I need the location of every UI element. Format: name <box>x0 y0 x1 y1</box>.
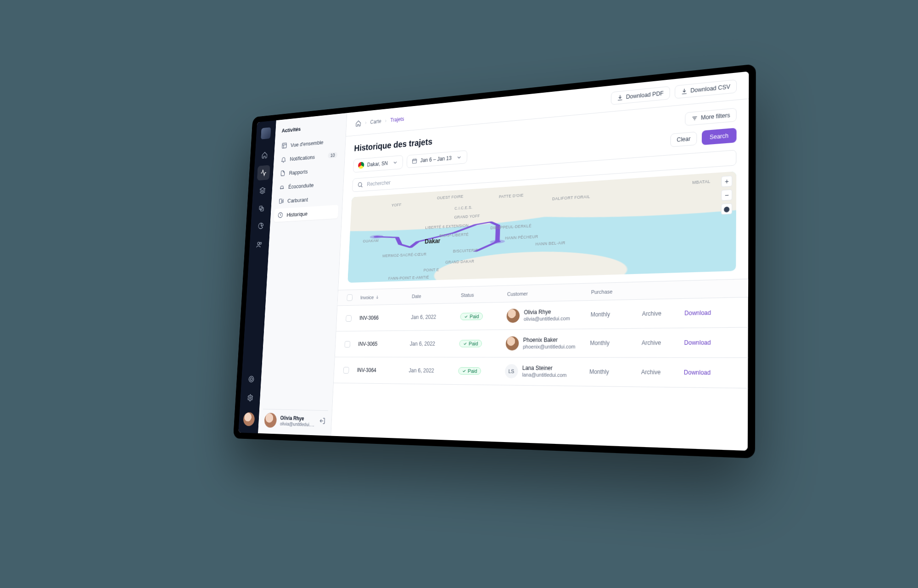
invoice-id: INV-3064 <box>357 367 405 373</box>
location-select[interactable]: Dakar, SN <box>353 155 403 172</box>
customer-cell: LSLana Steinerlana@untitledui.com <box>504 364 586 379</box>
rail-help[interactable] <box>245 371 258 387</box>
download-csv-button[interactable]: Download CSV <box>674 79 737 98</box>
nav-user: Olivia Rhye olivia@untitledui.com <box>262 409 328 430</box>
crumb-item[interactable]: Carte <box>370 118 381 125</box>
map-label: BISCUITERIE <box>453 248 478 253</box>
customer-name: Olivia Rhye <box>524 308 570 316</box>
table-row: INV-3064Jan 6, 2022PaidLSLana Steinerlan… <box>334 357 748 388</box>
download-link[interactable]: Download <box>684 308 736 316</box>
col-status[interactable]: Status <box>461 290 504 298</box>
col-invoice[interactable]: Invoice <box>360 293 409 301</box>
customer-email: olivia@untitledui.com <box>524 315 570 322</box>
map-pegman[interactable]: ⬤ <box>721 203 732 214</box>
clear-button[interactable]: Clear <box>671 131 697 147</box>
rail-home[interactable] <box>258 147 271 162</box>
rail-settings[interactable] <box>243 390 257 405</box>
notification-badge: 10 <box>328 151 337 158</box>
nav-item-label: Écoconduite <box>288 181 314 190</box>
svg-point-4 <box>260 242 262 244</box>
purchase-type: Monthly <box>589 368 638 375</box>
svg-rect-19 <box>412 159 416 163</box>
bell-icon <box>280 156 286 162</box>
rail-layers[interactable] <box>256 183 269 198</box>
main-content: › Carte › Trajets Download PDF Download … <box>331 71 749 450</box>
home-icon <box>261 151 268 159</box>
archive-link[interactable]: Archive <box>642 309 681 317</box>
file-icon <box>280 169 286 176</box>
invoice-date: Jan 6, 2022 <box>409 367 455 374</box>
user-email: olivia@untitledui.com <box>280 421 316 427</box>
map-label: POINT E <box>424 267 439 272</box>
row-checkbox[interactable] <box>344 341 350 347</box>
row-checkbox[interactable] <box>346 315 352 321</box>
page-title: Historique des trajets <box>354 136 432 153</box>
svg-line-17 <box>693 118 696 118</box>
download-pdf-button[interactable]: Download PDF <box>611 86 670 105</box>
nav-item-label: Notifications <box>290 153 315 162</box>
home-icon[interactable] <box>355 119 362 127</box>
customer-cell: Olivia Rhyeolivia@untitledui.com <box>506 307 587 323</box>
crumb-sep: › <box>385 118 387 123</box>
svg-rect-8 <box>282 143 287 148</box>
customer-cell: Phoenix Bakerphoenix@untitledui.com <box>505 336 586 350</box>
rail-copy[interactable] <box>255 201 268 216</box>
status-badge: Paid <box>458 367 481 375</box>
archive-link[interactable]: Archive <box>642 339 680 346</box>
col-date[interactable]: Date <box>412 291 458 299</box>
app-logo-icon <box>261 127 271 140</box>
avatar: LS <box>504 364 518 378</box>
map-label: OUAKAM <box>363 238 379 243</box>
download-link[interactable]: Download <box>684 339 735 346</box>
pie-icon <box>257 223 263 230</box>
map-label: YOFF <box>392 202 402 207</box>
map-city-label: Dakar <box>425 237 441 245</box>
car-icon <box>279 184 285 190</box>
select-all-checkbox[interactable] <box>347 294 353 301</box>
nav-item-label: Rapports <box>289 168 308 176</box>
chevron-down-icon <box>392 159 398 166</box>
crumb-sep: › <box>365 119 367 125</box>
row-checkbox[interactable] <box>343 366 349 373</box>
svg-point-7 <box>249 397 251 398</box>
rail-pie[interactable] <box>254 218 267 234</box>
chevron-down-icon <box>456 154 462 160</box>
crumb-item-current: Trajets <box>390 116 404 123</box>
map-label: GRAND DAKAR <box>445 259 474 264</box>
archive-link[interactable]: Archive <box>641 369 680 376</box>
map-label: C.I.C.E.S. <box>454 205 473 210</box>
layout-icon <box>281 142 287 149</box>
search-icon <box>357 181 364 188</box>
rail-users[interactable] <box>252 237 266 252</box>
download-icon <box>617 94 623 101</box>
svg-point-5 <box>249 376 254 382</box>
col-purchase[interactable]: Purchase <box>591 287 639 295</box>
more-filters-button[interactable]: More filters <box>685 107 737 125</box>
daterange-select[interactable]: Jan 6 – Jan 13 <box>406 150 467 168</box>
map-zoom-in[interactable]: + <box>721 175 732 187</box>
rail-activity[interactable] <box>257 165 270 180</box>
purchase-type: Monthly <box>590 310 638 318</box>
table-row: INV-3065Jan 6, 2022PaidPhoenix Bakerphoe… <box>335 327 748 358</box>
layers-icon <box>259 186 266 194</box>
filter-icon <box>691 114 698 122</box>
col-customer[interactable]: Customer <box>507 288 588 297</box>
download-link[interactable]: Download <box>684 369 736 376</box>
search-button[interactable]: Search <box>702 128 737 145</box>
nav-item-label: Historique <box>286 210 308 218</box>
svg-point-6 <box>250 378 252 381</box>
map-zoom-out[interactable]: − <box>721 189 732 201</box>
nav-item-label: Vue d'ensemble <box>291 139 324 148</box>
activity-icon <box>260 169 267 177</box>
status-badge: Paid <box>460 312 483 320</box>
rail-avatar[interactable] <box>243 412 255 426</box>
flag-icon <box>358 162 364 169</box>
user-avatar[interactable] <box>264 413 277 428</box>
fuel-icon <box>278 197 284 204</box>
clock-icon <box>277 212 283 218</box>
logout-button[interactable] <box>319 417 325 426</box>
check-icon <box>463 341 467 346</box>
svg-marker-0 <box>260 187 265 190</box>
check-icon <box>464 314 468 319</box>
svg-rect-13 <box>279 199 282 203</box>
